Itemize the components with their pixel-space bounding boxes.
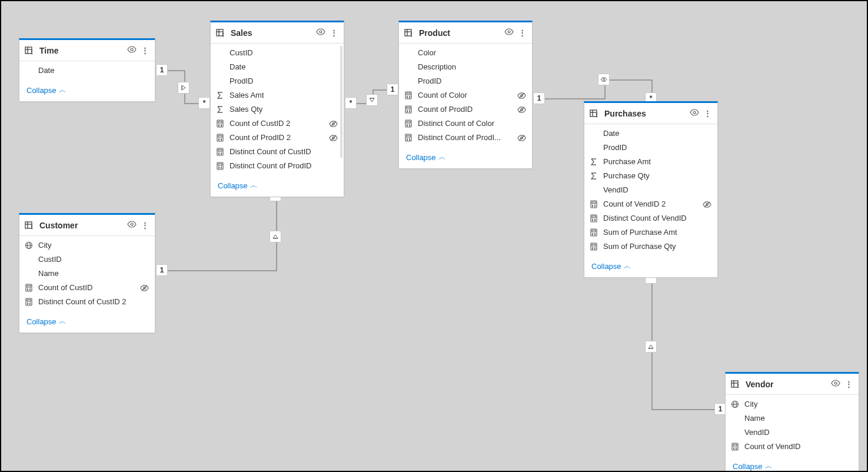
field-row[interactable]: VendID <box>584 183 717 197</box>
field-row[interactable]: Distinct Count of CustID 2 <box>19 295 155 309</box>
eye-icon[interactable] <box>127 220 137 231</box>
field-row[interactable]: Distinct Count of CustID <box>211 145 344 159</box>
collapse-button[interactable]: Collapse︿ <box>399 147 532 168</box>
eye-icon[interactable] <box>127 45 137 56</box>
calculator-icon <box>24 284 34 292</box>
calculator-icon <box>404 105 413 114</box>
svg-point-62 <box>407 112 408 112</box>
svg-marker-4 <box>601 77 603 82</box>
table-time[interactable]: Time ⋮ Date Collapse︿ <box>19 38 155 102</box>
field-row[interactable]: Purchase Amt <box>584 155 717 169</box>
svg-point-103 <box>595 235 596 235</box>
field-row[interactable]: Color <box>399 46 532 60</box>
cardinality-many: * <box>345 97 357 109</box>
more-icon[interactable]: ⋮ <box>330 28 338 37</box>
field-row[interactable]: Sales Qty <box>211 102 344 117</box>
field-row[interactable]: City <box>19 238 155 252</box>
field-row[interactable]: VendID <box>726 426 859 440</box>
field-row[interactable]: CustID <box>211 46 344 60</box>
table-sales[interactable]: Sales ⋮ CustIDDateProdIDSales AmtSales Q… <box>210 21 344 197</box>
field-row[interactable]: Description <box>399 60 532 74</box>
eye-icon[interactable] <box>316 27 325 38</box>
field-row[interactable]: Count of ProdID 2 <box>211 131 344 145</box>
field-row[interactable]: Count of VendID <box>726 440 859 454</box>
field-row[interactable]: Date <box>19 64 155 78</box>
svg-marker-6 <box>273 235 278 238</box>
cardinality-one: 1 <box>156 264 168 276</box>
calculator-icon <box>215 134 225 142</box>
svg-point-28 <box>219 139 220 139</box>
field-row[interactable]: Count of CustID <box>19 281 155 295</box>
field-label: Sales Amt <box>230 90 324 101</box>
field-row[interactable]: Count of ProdID <box>399 102 532 117</box>
svg-point-143 <box>736 449 737 450</box>
table-vendor[interactable]: Vendor ⋮ CityNameVendIDCount of VendID C… <box>725 372 859 472</box>
collapse-button[interactable]: Collapse︿ <box>726 456 859 472</box>
svg-point-142 <box>734 449 734 450</box>
collapse-button[interactable]: Collapse︿ <box>584 256 717 277</box>
scrollbar[interactable] <box>340 46 342 158</box>
field-row[interactable]: Distinct Count of Color <box>399 117 532 131</box>
field-row[interactable]: Purchase Qty <box>584 169 717 183</box>
eye-icon[interactable] <box>831 378 840 390</box>
more-icon[interactable]: ⋮ <box>141 221 149 230</box>
eye-icon[interactable] <box>504 27 514 38</box>
collapse-button[interactable]: Collapse︿ <box>19 311 155 333</box>
more-icon[interactable]: ⋮ <box>845 380 853 388</box>
svg-point-17 <box>320 31 322 33</box>
table-header[interactable]: Product ⋮ <box>399 22 532 44</box>
more-icon[interactable]: ⋮ <box>518 28 526 37</box>
chevron-up-icon: ︿ <box>765 461 773 471</box>
table-fields: ColorDescriptionProdIDCount of ColorCoun… <box>399 44 532 147</box>
field-row[interactable]: Date <box>584 127 717 141</box>
field-row[interactable]: Sales Amt <box>211 88 344 102</box>
table-icon <box>24 220 35 231</box>
table-product[interactable]: Product ⋮ ColorDescriptionProdIDCount of… <box>398 21 533 169</box>
field-row[interactable]: Count of CustID 2 <box>211 117 344 131</box>
more-icon[interactable]: ⋮ <box>704 109 711 118</box>
field-row[interactable]: Date <box>211 60 344 74</box>
field-row[interactable]: Name <box>19 267 155 281</box>
svg-point-94 <box>593 220 593 220</box>
svg-point-52 <box>407 97 408 97</box>
table-icon <box>215 28 226 38</box>
svg-point-54 <box>407 98 408 98</box>
table-header[interactable]: Vendor ⋮ <box>726 374 859 395</box>
field-row[interactable]: ProdID <box>211 74 344 88</box>
svg-point-31 <box>221 140 222 141</box>
field-row[interactable]: Distinct Count of ProdID <box>211 159 344 173</box>
field-row[interactable]: Distinct Count of VendID <box>584 211 717 225</box>
table-header[interactable]: Sales ⋮ <box>211 22 344 44</box>
collapse-button[interactable]: Collapse︿ <box>211 175 344 197</box>
calculator-icon <box>589 228 598 237</box>
field-row[interactable]: Count of VendID 2 <box>584 197 717 211</box>
field-row[interactable]: Distinct Count of ProdI... <box>399 131 532 145</box>
field-row[interactable]: Sum of Purchase Qty <box>584 240 717 254</box>
table-header[interactable]: Purchases ⋮ <box>584 103 717 124</box>
collapse-button[interactable]: Collapse︿ <box>19 80 155 101</box>
hidden-icon <box>517 91 526 100</box>
field-label: Count of Color <box>418 90 512 101</box>
field-row[interactable]: Sum of Purchase Amt <box>584 225 717 240</box>
svg-point-127 <box>28 303 28 304</box>
field-row[interactable]: Count of Color <box>399 88 532 102</box>
field-label: Sales Qty <box>230 104 324 115</box>
hidden-icon <box>328 119 338 128</box>
field-row[interactable]: CustID <box>19 252 155 267</box>
svg-rect-118 <box>27 285 31 287</box>
svg-rect-105 <box>592 244 596 246</box>
table-header[interactable]: Customer ⋮ <box>19 215 155 236</box>
field-row[interactable]: ProdID <box>584 141 717 155</box>
svg-point-102 <box>593 235 593 235</box>
field-row[interactable]: ProdID <box>399 74 532 88</box>
table-customer[interactable]: Customer ⋮ CityCustIDNameCount of CustID… <box>19 213 155 333</box>
field-row[interactable]: City <box>726 397 859 411</box>
table-header[interactable]: Time ⋮ <box>19 40 155 61</box>
eye-icon[interactable] <box>690 108 699 119</box>
field-label: Description <box>418 62 512 72</box>
table-fields: CityCustIDNameCount of CustIDDistinct Co… <box>19 236 155 311</box>
more-icon[interactable]: ⋮ <box>141 46 149 55</box>
table-purchases[interactable]: Purchases ⋮ DateProdIDPurchase AmtPurcha… <box>584 101 718 278</box>
field-row[interactable]: Name <box>726 411 859 426</box>
svg-point-39 <box>221 154 222 155</box>
